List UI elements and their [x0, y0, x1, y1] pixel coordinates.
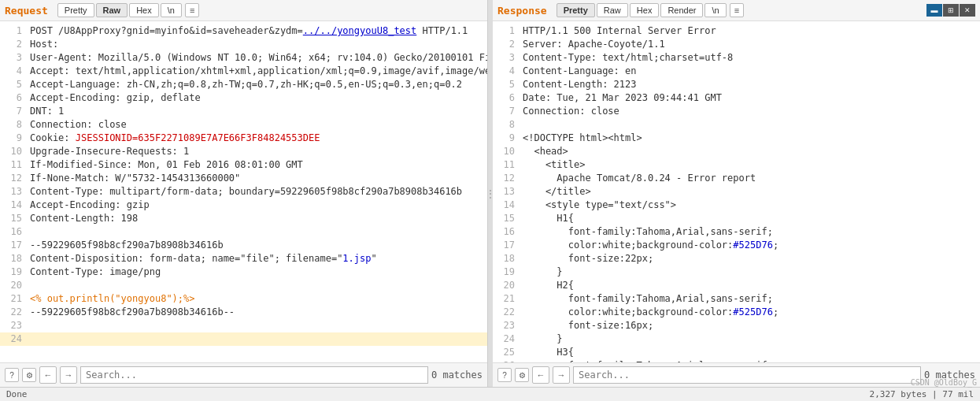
- response-prev-btn[interactable]: ←: [532, 366, 549, 384]
- table-row: 9 <!DOCTYPE html><html>: [493, 132, 980, 145]
- table-row: 24 }: [493, 332, 980, 346]
- table-row: 6 Date: Tue, 21 Mar 2023 09:44:41 GMT: [493, 91, 980, 105]
- request-settings-btn[interactable]: ⚙: [22, 368, 36, 382]
- collapse-btn[interactable]: ▬: [926, 4, 942, 17]
- request-content: 1 POST /U8AppProxy?gnid=myinfo&id=savehe…: [0, 21, 487, 362]
- table-row: 3 Content-Type: text/html;charset=utf-8: [493, 51, 980, 65]
- request-next-btn[interactable]: →: [60, 366, 77, 384]
- table-row: 5 Content-Length: 2123: [493, 78, 980, 91]
- tile-btn[interactable]: ⊞: [943, 4, 959, 17]
- status-right: 2,327 bytes | 77 mil: [870, 389, 974, 399]
- table-row: 11 If-Modified-Since: Mon, 01 Feb 2016 0…: [0, 158, 487, 172]
- table-row: 13 </title>: [493, 185, 980, 199]
- table-row: 15 H1{: [493, 212, 980, 225]
- table-row: 20: [0, 279, 487, 292]
- table-row: 1 POST /U8AppProxy?gnid=myinfo&id=savehe…: [0, 24, 487, 38]
- table-row: 19 Content-Type: image/png: [0, 265, 487, 279]
- watermark: CSDN @OldBoy_G: [911, 378, 977, 387]
- request-pane: Request Pretty Raw Hex \n ≡ 1 POST /U8Ap…: [0, 0, 488, 387]
- table-row: 23 font-size:16px;: [493, 319, 980, 332]
- table-row: 8: [493, 118, 980, 132]
- table-row: 19 }: [493, 265, 980, 279]
- response-title: Response: [497, 5, 547, 17]
- table-row: 3 User-Agent: Mozilla/5.0 (Windows NT 10…: [0, 51, 487, 65]
- table-row: 18 font-size:22px;: [493, 252, 980, 265]
- request-tab-group: Pretty Raw Hex \n: [57, 3, 182, 17]
- request-tab-newline[interactable]: \n: [161, 3, 182, 17]
- table-row: 12 Apache Tomcat/8.0.24 - Error report: [493, 172, 980, 185]
- table-row: 7 DNT: 1: [0, 105, 487, 118]
- request-search-bar: ? ⚙ ← → 0 matches: [0, 362, 487, 387]
- response-next-btn[interactable]: →: [553, 366, 570, 384]
- request-prev-btn[interactable]: ←: [39, 366, 57, 384]
- table-row: 20 H2{: [493, 279, 980, 292]
- table-row: 18 Content-Disposition: form-data; name=…: [0, 252, 487, 265]
- response-search-bar: ? ⚙ ← → 0 matches: [493, 362, 980, 387]
- response-help-btn[interactable]: ?: [497, 368, 512, 382]
- request-tab-hex[interactable]: Hex: [129, 3, 159, 17]
- table-row: 11 <title>: [493, 158, 980, 172]
- request-menu-btn[interactable]: ≡: [185, 3, 199, 17]
- table-row: 10 <head>: [493, 145, 980, 158]
- table-row: 9 Cookie: JSESSIONID=635F2271089E7A7E66F…: [0, 132, 487, 145]
- maximize-btn[interactable]: ✕: [960, 4, 975, 17]
- request-header: Request Pretty Raw Hex \n ≡: [0, 0, 487, 21]
- request-title: Request: [5, 5, 48, 17]
- table-row: 1 HTTP/1.1 500 Internal Server Error: [493, 24, 980, 38]
- response-tab-hex[interactable]: Hex: [630, 3, 660, 17]
- table-row: 12 If-None-Match: W/"5732-1454313660000": [0, 172, 487, 185]
- response-pane: Response Pretty Raw Hex Render \n ≡ ▬ ⊞ …: [493, 0, 980, 387]
- table-row: 4 Accept: text/html,application/xhtml+xm…: [0, 65, 487, 78]
- status-bar: Done CSDN @OldBoy_G 2,327 bytes | 77 mil: [0, 387, 980, 401]
- table-row: 21 <% out.println("yongyou8");%>: [0, 292, 487, 306]
- table-row: 16: [0, 225, 487, 239]
- table-row: 8 Connection: close: [0, 118, 487, 132]
- response-tab-raw[interactable]: Raw: [597, 3, 628, 17]
- request-matches: 0 matches: [431, 369, 483, 381]
- table-row: 6 Accept-Encoding: gzip, deflate: [0, 91, 487, 105]
- response-search-input[interactable]: [573, 366, 921, 384]
- table-row: 14 Accept-Encoding: gzip: [0, 199, 487, 212]
- top-right-controls: ▬ ⊞ ✕: [926, 4, 975, 17]
- table-row: 14 <style type="text/css">: [493, 199, 980, 212]
- response-menu-btn[interactable]: ≡: [730, 3, 744, 17]
- table-row: 13 Content-Type: multipart/form-data; bo…: [0, 185, 487, 199]
- table-row: 22 --59229605f98b8cf290a7b8908b34616b--: [0, 306, 487, 319]
- table-row: 22 color:white;background-color:#525D76;: [493, 306, 980, 319]
- request-help-btn[interactable]: ?: [5, 368, 19, 382]
- table-row: 17 --59229605f98b8cf290a7b8908b34616b: [0, 239, 487, 252]
- response-settings-btn[interactable]: ⚙: [515, 368, 529, 382]
- table-row: 10 Upgrade-Insecure-Requests: 1: [0, 145, 487, 158]
- response-tab-newline[interactable]: \n: [704, 3, 726, 17]
- response-header: Response Pretty Raw Hex Render \n ≡ ▬ ⊞ …: [493, 0, 980, 21]
- table-row: 15 Content-Length: 198: [0, 212, 487, 225]
- table-row: 25 H3{: [493, 346, 980, 359]
- table-row: 2 Server: Apache-Coyote/1.1: [493, 38, 980, 51]
- table-row: 16 font-family:Tahoma,Arial,sans-serif;: [493, 225, 980, 239]
- response-tab-render[interactable]: Render: [660, 3, 703, 17]
- table-row: 21 font-family:Tahoma,Arial,sans-serif;: [493, 292, 980, 306]
- response-tab-group: Pretty Raw Hex Render \n: [557, 3, 727, 17]
- response-content: 1 HTTP/1.1 500 Internal Server Error 2 S…: [493, 21, 980, 362]
- table-row: 5 Accept-Language: zh-CN,zh;q=0.8,zh-TW;…: [0, 78, 487, 91]
- table-row: 24: [0, 332, 487, 346]
- status-left: Done: [6, 389, 28, 399]
- table-row: 17 color:white;background-color:#525D76;: [493, 239, 980, 252]
- request-tab-raw[interactable]: Raw: [96, 3, 128, 17]
- table-row: 23: [0, 319, 487, 332]
- table-row: 2 Host:: [0, 38, 487, 51]
- request-search-input[interactable]: [80, 366, 428, 384]
- table-row: 4 Content-Language: en: [493, 65, 980, 78]
- response-tab-pretty[interactable]: Pretty: [557, 3, 595, 17]
- table-row: 7 Connection: close: [493, 105, 980, 118]
- request-tab-pretty[interactable]: Pretty: [57, 3, 94, 17]
